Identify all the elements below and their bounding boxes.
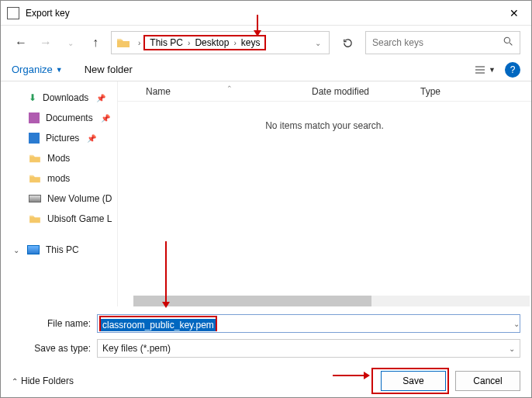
sidebar-item-documents[interactable]: Documents 📌: [1, 108, 117, 128]
new-folder-button[interactable]: New folder: [85, 64, 133, 75]
chevron-down-icon[interactable]: ⌄: [513, 320, 520, 328]
sidebar-item-label: Ubisoft Game L: [47, 213, 112, 224]
sidebar-item-label: Mods: [47, 153, 70, 164]
breadcrumb-highlight: This PC › Desktop › keys: [143, 35, 266, 50]
chevron-down-icon[interactable]: ⌄: [509, 344, 515, 353]
search-input[interactable]: [372, 37, 503, 48]
scrollbar-thumb[interactable]: [133, 296, 371, 306]
help-button[interactable]: ?: [505, 62, 520, 78]
column-date[interactable]: Date modified: [312, 86, 420, 97]
sidebar-item-label: Documents: [46, 112, 93, 123]
toolbar: Organize ▼ New folder ▼ ?: [1, 54, 531, 81]
folder-icon: [116, 37, 130, 48]
folder-icon: [29, 154, 41, 163]
view-menu[interactable]: ▼: [475, 65, 496, 74]
back-button[interactable]: ←: [12, 33, 30, 52]
up-button[interactable]: ↑: [86, 33, 105, 52]
folder-icon: [29, 214, 41, 223]
file-name-highlight: classroom_public_key.pem: [99, 316, 217, 331]
pin-icon: 📌: [96, 94, 105, 102]
folder-icon: [29, 174, 41, 183]
pc-icon: [27, 245, 40, 254]
chevron-right-icon: ›: [230, 39, 239, 47]
save-type-select[interactable]: Key files (*.pem) ⌄: [97, 339, 520, 358]
svg-point-0: [504, 37, 510, 43]
pictures-icon: [29, 133, 40, 144]
sidebar-item-label: mods: [47, 173, 70, 184]
content-area: ⬇ Downloads 📌 Documents 📌 Pictures 📌 Mod…: [1, 81, 531, 306]
pin-icon: 📌: [101, 114, 110, 123]
recent-dropdown[interactable]: ⌄: [61, 33, 80, 52]
list-icon: [475, 65, 485, 74]
app-icon: [7, 7, 19, 19]
chevron-down-icon: ▼: [56, 66, 63, 74]
documents-icon: [29, 112, 40, 123]
file-name-input[interactable]: classroom_public_key.pem ⌄: [97, 314, 520, 333]
sidebar-item-pictures[interactable]: Pictures 📌: [1, 128, 117, 148]
column-headers: Name ⌃ Date modified Type: [118, 81, 531, 102]
save-highlight: Save: [371, 368, 449, 394]
sidebar-item-this-pc[interactable]: ⌄ This PC: [1, 240, 117, 260]
organize-label: Organize: [12, 64, 53, 75]
cancel-button[interactable]: Cancel: [455, 371, 520, 391]
sidebar-item-ubisoft[interactable]: Ubisoft Game L: [1, 209, 117, 229]
nav-row: ← → ⌄ ↑ › This PC › Desktop › keys ⌄: [1, 26, 531, 54]
sidebar-item-label: This PC: [46, 244, 79, 255]
sort-indicator: ⌃: [226, 85, 233, 92]
download-icon: ⬇: [29, 92, 36, 103]
empty-message: No items match your search.: [118, 102, 531, 131]
refresh-icon: [342, 37, 354, 49]
chevron-up-icon: ⌃: [12, 377, 18, 386]
chevron-right-icon: ›: [185, 39, 193, 47]
titlebar: Export key ✕: [1, 1, 531, 26]
window-title: Export key: [26, 8, 497, 19]
chevron-right-icon: ›: [135, 39, 143, 47]
address-bar[interactable]: › This PC › Desktop › keys ⌄: [111, 31, 330, 54]
sidebar-item-downloads[interactable]: ⬇ Downloads 📌: [1, 88, 117, 108]
column-name[interactable]: Name ⌃: [118, 86, 312, 97]
chevron-down-icon[interactable]: ⌄: [13, 246, 21, 254]
file-name-value: classroom_public_key.pem: [101, 319, 216, 331]
refresh-button[interactable]: [336, 31, 359, 54]
sidebar-item-label: Downloads: [43, 92, 88, 103]
sidebar-item-label: Pictures: [46, 133, 79, 144]
sidebar-item-mods-lower[interactable]: mods: [1, 168, 117, 189]
save-type-label: Save as type:: [12, 343, 97, 354]
pin-icon: 📌: [87, 134, 96, 143]
save-form: File name: classroom_public_key.pem ⌄ Sa…: [1, 306, 531, 359]
hide-folders-toggle[interactable]: ⌃ Hide Folders: [12, 376, 74, 386]
svg-line-1: [510, 43, 512, 45]
address-dropdown[interactable]: ⌄: [310, 39, 326, 47]
close-button[interactable]: ✕: [497, 2, 531, 25]
sidebar: ⬇ Downloads 📌 Documents 📌 Pictures 📌 Mod…: [1, 81, 117, 306]
column-type[interactable]: Type: [420, 86, 531, 97]
sidebar-item-mods[interactable]: Mods: [1, 148, 117, 168]
crumb-desktop[interactable]: Desktop: [193, 37, 230, 48]
organize-menu[interactable]: Organize ▼: [12, 64, 63, 75]
drive-icon: [29, 195, 41, 202]
save-button[interactable]: Save: [381, 371, 446, 391]
forward-button[interactable]: →: [36, 33, 55, 52]
sidebar-item-label: New Volume (D: [47, 193, 112, 204]
crumb-keys[interactable]: keys: [240, 37, 262, 48]
sidebar-item-new-volume[interactable]: New Volume (D: [1, 189, 117, 209]
save-type-value: Key files (*.pem): [102, 343, 171, 354]
search-icon: [503, 36, 513, 49]
button-row: ⌃ Hide Folders Save Cancel: [1, 362, 531, 398]
search-box[interactable]: [365, 31, 520, 54]
file-list: Name ⌃ Date modified Type No items match…: [117, 81, 531, 306]
crumb-this-pc[interactable]: This PC: [148, 37, 185, 48]
file-name-label: File name:: [12, 318, 97, 329]
chevron-down-icon: ▼: [489, 66, 496, 74]
horizontal-scrollbar[interactable]: [133, 296, 530, 306]
hide-folders-label: Hide Folders: [21, 376, 74, 386]
